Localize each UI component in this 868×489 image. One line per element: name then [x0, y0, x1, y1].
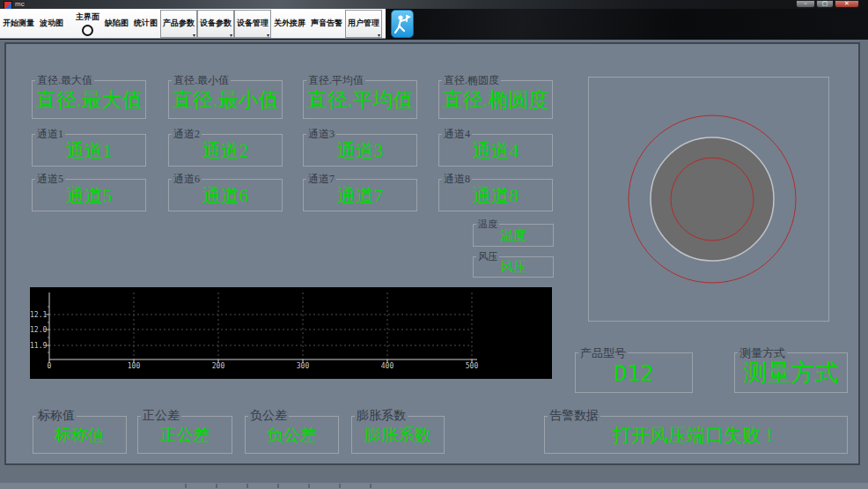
application-window: mc – ▢ ✕ 开始测量 波动图 主界面 缺陷图 统计图 产品参数 ▾ 设备参… — [0, 0, 868, 489]
channel-box-3: 通道3 通道3 — [303, 134, 417, 167]
close-button[interactable]: ✕ — [835, 0, 859, 8]
metric-box-avg-diameter: 直径.平均值 直径.平均值 — [303, 80, 417, 119]
alarm-message: 打开风压端口失败！ — [613, 423, 779, 448]
nominal-value-box: 标称值 标称值 — [33, 416, 127, 454]
pressure-box: 风压 风压 — [473, 256, 554, 278]
parameter-label: 膨胀系数 — [355, 408, 408, 424]
channel-label: 通道8 — [442, 172, 472, 187]
taskbar-strip — [0, 483, 868, 489]
channel-value: 通道1 — [66, 138, 113, 163]
channel-label: 通道4 — [442, 127, 472, 142]
measure-mode-label: 测量方式 — [738, 345, 787, 361]
pressure-value: 风压 — [500, 259, 526, 276]
y-tick-label: 11.9 — [30, 342, 47, 350]
y-tick-label: 12.1 — [30, 311, 47, 319]
channel-value: 通道2 — [202, 138, 249, 163]
stats-chart-button[interactable]: 统计图 — [131, 18, 160, 29]
start-measure-button[interactable]: 开始测量 — [0, 18, 37, 29]
product-model-box: 产品型号 D12 — [575, 352, 693, 393]
x-tick-label: 300 — [292, 362, 313, 370]
external-screen-button[interactable]: 关外接屏 — [271, 18, 308, 29]
metric-value: 直径.最小值 — [173, 86, 279, 114]
toolbar: 开始测量 波动图 主界面 缺陷图 统计图 产品参数 ▾ 设备参数 ▾ 设备管理 … — [0, 9, 386, 39]
channel-box-7: 通道7 通道7 — [303, 179, 417, 211]
product-params-label: 产品参数 — [163, 18, 195, 29]
user-manage-dropdown[interactable]: 用户管理 ▾ — [345, 10, 382, 38]
channel-label: 通道3 — [306, 127, 336, 142]
metric-value: 直径.最大值 — [36, 86, 143, 114]
trend-chart: 12.1 12.0 11.9 0 100 200 300 400 500 — [30, 287, 552, 379]
channel-box-6: 通道6 通道6 — [168, 179, 283, 211]
parameter-label: 负公差 — [248, 408, 289, 424]
device-params-label: 设备参数 — [200, 18, 232, 29]
dropdown-arrow-icon: ▾ — [267, 32, 269, 38]
window-title: mc — [15, 0, 25, 9]
parameter-value: 正公差 — [160, 424, 210, 447]
metric-box-ovality: 直径.椭圆度 直径.椭圆度 — [438, 80, 553, 119]
measure-mode-value: 测量方式 — [744, 357, 839, 389]
dropdown-arrow-icon: ▾ — [193, 32, 195, 38]
device-params-dropdown[interactable]: 设备参数 ▾ — [197, 10, 234, 38]
x-tick-label: 500 — [461, 362, 482, 370]
defect-chart-button[interactable]: 缺陷图 — [102, 18, 131, 29]
main-panel: 直径.最大值 直径.最大值 直径.最小值 直径.最小值 直径.平均值 直径.平均… — [4, 42, 860, 465]
metric-value: 直径.平均值 — [307, 86, 414, 114]
x-tick-label: 100 — [123, 362, 144, 370]
product-model-value: D12 — [614, 360, 653, 386]
metric-label: 直径.最大值 — [35, 73, 94, 88]
main-screen-button[interactable]: 主界面 — [73, 11, 102, 23]
x-tick-label: 0 — [39, 362, 60, 370]
cross-section-panel — [588, 77, 829, 322]
channel-label: 通道2 — [172, 127, 202, 142]
channel-box-8: 通道8 通道8 — [438, 179, 553, 211]
x-tick-label: 200 — [208, 362, 229, 370]
status-ring-icon — [82, 25, 93, 36]
metric-box-min-diameter: 直径.最小值 直径.最小值 — [168, 80, 283, 119]
temperature-value: 温度 — [500, 227, 526, 244]
metric-label: 直径.椭圆度 — [442, 73, 501, 88]
channel-value: 通道5 — [66, 183, 113, 208]
alarm-data-box: 告警数据 打开风压端口失败！ — [544, 416, 848, 454]
metric-label: 直径.最小值 — [172, 73, 231, 88]
channel-value: 通道4 — [473, 138, 519, 163]
metric-box-max-diameter: 直径.最大值 直径.最大值 — [32, 80, 146, 119]
channel-box-1: 通道1 通道1 — [32, 134, 146, 167]
device-manage-label: 设备管理 — [237, 18, 268, 29]
minus-tolerance-box: 负公差 负公差 — [245, 416, 339, 454]
channel-value: 通道7 — [337, 183, 384, 208]
metric-value: 直径.椭圆度 — [443, 86, 549, 114]
plus-tolerance-box: 正公差 正公差 — [137, 416, 232, 454]
alarm-label: 告警数据 — [548, 408, 600, 424]
sound-alarm-button[interactable]: 声音告警 — [308, 18, 345, 29]
y-tick-label: 12.0 — [30, 326, 47, 334]
channel-box-4: 通道4 通道4 — [438, 134, 553, 167]
measure-mode-box: 测量方式 测量方式 — [734, 352, 848, 393]
channel-label: 通道1 — [35, 127, 65, 142]
expansion-coefficient-box: 膨胀系数 膨胀系数 — [351, 416, 445, 454]
temperature-label: 温度 — [476, 218, 499, 231]
parameter-value: 负公差 — [267, 424, 317, 447]
channel-box-2: 通道2 通道2 — [168, 134, 283, 167]
channel-value: 通道3 — [337, 138, 384, 163]
channel-label: 通道6 — [172, 172, 202, 187]
product-params-dropdown[interactable]: 产品参数 ▾ — [160, 10, 197, 38]
product-cross-section-circle — [651, 137, 774, 261]
pressure-label: 风压 — [476, 250, 499, 263]
title-bar: mc – ▢ ✕ — [0, 0, 868, 9]
minimize-button[interactable]: – — [796, 0, 815, 8]
parameter-label: 标称值 — [36, 408, 77, 424]
wave-chart-button[interactable]: 波动图 — [37, 18, 66, 29]
parameter-value: 标称值 — [55, 424, 105, 447]
channel-value: 通道6 — [202, 183, 249, 208]
parameter-label: 正公差 — [141, 408, 181, 424]
channel-value: 通道8 — [473, 183, 519, 208]
channel-label: 通道5 — [35, 172, 65, 187]
channel-box-5: 通道5 通道5 — [32, 179, 146, 211]
dropdown-arrow-icon: ▾ — [230, 32, 232, 38]
dropdown-arrow-icon: ▾ — [378, 32, 380, 38]
temperature-box: 温度 温度 — [473, 224, 554, 247]
device-manage-dropdown[interactable]: 设备管理 ▾ — [234, 10, 271, 38]
user-manage-label: 用户管理 — [348, 18, 379, 29]
run-person-flag-icon[interactable] — [391, 10, 414, 38]
maximize-button[interactable]: ▢ — [816, 0, 834, 8]
